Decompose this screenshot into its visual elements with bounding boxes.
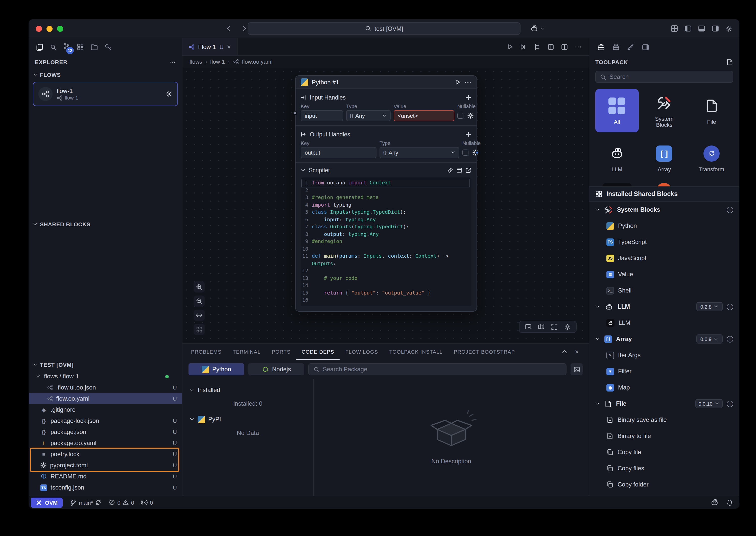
new-toolpack-button[interactable] <box>726 59 733 66</box>
file-pyproject-toml[interactable]: pyproject.tomlU <box>29 460 182 471</box>
code-line-5[interactable]: 5class Inputs(typing.TypedDict): <box>302 209 469 216</box>
file-package-json[interactable]: {}package.jsonU <box>29 426 182 438</box>
installed-section-row[interactable]: Installed <box>183 384 313 396</box>
code-line-3[interactable]: 3#region generated meta <box>302 194 469 201</box>
block-item-typescript[interactable]: TSTypeScript <box>589 234 739 250</box>
output-connection-handle[interactable] <box>475 151 479 154</box>
panel-tab-toolpack-install[interactable]: TOOLPACK INSTALL <box>384 344 448 360</box>
back-button[interactable] <box>225 25 232 32</box>
code-line-14[interactable]: 14 <box>302 282 469 289</box>
close-panel-button[interactable]: × <box>575 348 579 355</box>
scriptlet-pill-button[interactable] <box>447 167 453 173</box>
toolpack-tile-all[interactable]: All <box>595 89 638 132</box>
layout-view-button[interactable] <box>642 43 649 51</box>
output-type-select[interactable]: {} Any <box>380 147 459 158</box>
file-gitignore[interactable]: ◆.gitignore <box>29 404 182 415</box>
zoom-out-button[interactable] <box>193 295 205 307</box>
package-search[interactable] <box>308 363 567 375</box>
info-icon[interactable]: i <box>727 400 733 407</box>
partial-tile[interactable] <box>657 183 672 186</box>
file-flow-ui-oo-json[interactable]: .flow.ui.oo.jsonU <box>29 382 182 393</box>
remote-indicator[interactable]: OVM <box>31 497 63 508</box>
block-item-python[interactable]: Python <box>589 218 739 234</box>
file-package-oo-yaml[interactable]: !package.oo.yamlU <box>29 438 182 449</box>
tab-flow-1[interactable]: Flow 1 U × <box>183 38 237 55</box>
block-group-array[interactable]: [ ]Array0.0.9i <box>589 331 739 347</box>
flows-section-header[interactable]: FLOWS <box>29 69 182 81</box>
breadcrumb-item-flow-oo-yaml[interactable]: flow.oo.yaml <box>242 59 273 65</box>
panel-tab-terminal[interactable]: TERMINAL <box>227 344 266 360</box>
package-search-input[interactable] <box>323 366 562 373</box>
pypi-section-row[interactable]: PyPI <box>183 413 313 425</box>
brush-view-button[interactable] <box>627 44 634 50</box>
keys-view-button[interactable] <box>105 44 112 50</box>
toggle-sidebar-right-button[interactable] <box>711 25 719 32</box>
bunny-status-icon[interactable] <box>710 499 719 506</box>
minimap-button[interactable] <box>538 323 545 330</box>
branch-indicator[interactable]: main* <box>70 499 102 506</box>
block-item-value[interactable]: ≣Value <box>589 266 739 283</box>
settings-gear-button[interactable] <box>725 25 732 32</box>
block-item-llm[interactable]: LLM <box>589 315 739 331</box>
file-poetry-lock[interactable]: ≡poetry.lockU <box>29 449 182 460</box>
toolpack-tile-transform[interactable]: Transform <box>690 136 733 180</box>
breadcrumb-item-flows[interactable]: flows <box>189 59 202 65</box>
grid-layout-button[interactable] <box>193 324 205 335</box>
input-value-field[interactable]: <unset> <box>394 110 454 121</box>
info-icon[interactable]: i <box>727 206 733 213</box>
notifications-bell-button[interactable] <box>726 499 733 506</box>
fit-view-button[interactable] <box>193 310 205 321</box>
project-section-header[interactable]: TEST [OVM] <box>29 359 182 371</box>
bunny-logo-icon[interactable] <box>530 25 539 32</box>
toolpack-tile-file[interactable]: File <box>690 89 733 132</box>
panel-tab-flow-logs[interactable]: FLOW LOGS <box>340 344 384 360</box>
minimize-window-button[interactable] <box>47 25 52 32</box>
toggle-sidebar-left-button[interactable] <box>684 25 692 32</box>
toolpack-tile-llm[interactable]: LLM <box>595 136 638 180</box>
folder-view-button[interactable] <box>90 43 98 51</box>
block-item-copy-file[interactable]: Copy file <box>589 444 739 460</box>
file-flows-flow-1[interactable]: flows / flow-1 <box>29 371 182 382</box>
terminal-output-button[interactable] <box>570 363 583 375</box>
input-connection-handle[interactable] <box>293 111 297 115</box>
run-node-button[interactable] <box>454 79 461 85</box>
panel-tab-ports[interactable]: PORTS <box>266 344 296 360</box>
code-line-4[interactable]: 4import typing <box>302 201 469 209</box>
code-line-1[interactable]: 1from oocana import Context <box>302 179 469 187</box>
code-line-15[interactable]: 15 return { "output": "output_value" } <box>302 289 469 296</box>
gift-view-button[interactable] <box>612 44 620 50</box>
zoom-in-button[interactable] <box>193 282 205 292</box>
shared-blocks-section-header[interactable]: SHARED BLOCKS <box>29 218 182 230</box>
info-icon[interactable]: i <box>727 303 733 310</box>
flow-card[interactable]: flow-1 flow-1 <box>33 82 178 106</box>
block-group-system-blocks[interactable]: System Blocksi <box>589 202 739 218</box>
block-item-binary-to-file[interactable]: Binary to file <box>589 428 739 444</box>
info-icon[interactable]: i <box>727 336 733 342</box>
file-flow-oo-yaml[interactable]: flow.oo.yamlU <box>29 393 182 404</box>
node-header[interactable]: Python #1 <box>295 76 476 89</box>
input-type-select[interactable]: {} Any <box>346 110 391 121</box>
file-package-lock-json[interactable]: {}package-lock.jsonU <box>29 415 182 426</box>
maximize-window-button[interactable] <box>57 25 63 32</box>
output-key-field[interactable] <box>301 147 376 158</box>
toolpack-tile-system-blocks[interactable]: SystemBlocks <box>642 89 686 132</box>
toolpack-search[interactable]: Search <box>595 71 733 83</box>
nullable-checkbox[interactable] <box>457 113 464 119</box>
code-line-11[interactable]: 11def main(params: Inputs, context: Cont… <box>302 252 469 267</box>
input-handle-settings-button[interactable] <box>467 112 474 119</box>
panel-tab-problems[interactable]: PROBLEMS <box>186 344 227 360</box>
code-line-9[interactable]: 9#endregion <box>302 238 469 245</box>
toolpack-tile-array[interactable]: [ ]Array <box>642 136 686 180</box>
run-flow-button[interactable] <box>507 44 513 50</box>
compare-button[interactable] <box>533 43 541 50</box>
file-tsconfig-json[interactable]: TStsconfig.jsonU <box>29 482 182 493</box>
lang-button-nodejs[interactable]: ⬡Nodejs <box>248 363 304 375</box>
block-group-llm[interactable]: LLM0.2.8i <box>589 299 739 315</box>
chevron-down-icon[interactable] <box>301 168 306 173</box>
node-more-button[interactable] <box>464 79 471 85</box>
close-window-button[interactable] <box>36 25 42 32</box>
chevron-down-icon[interactable] <box>540 26 545 31</box>
code-line-6[interactable]: 6 input: typing.Any <box>302 216 469 223</box>
block-item-javascript[interactable]: JSJavaScript <box>589 250 739 266</box>
code-line-7[interactable]: 7class Outputs(typing.TypedDict): <box>302 223 469 231</box>
